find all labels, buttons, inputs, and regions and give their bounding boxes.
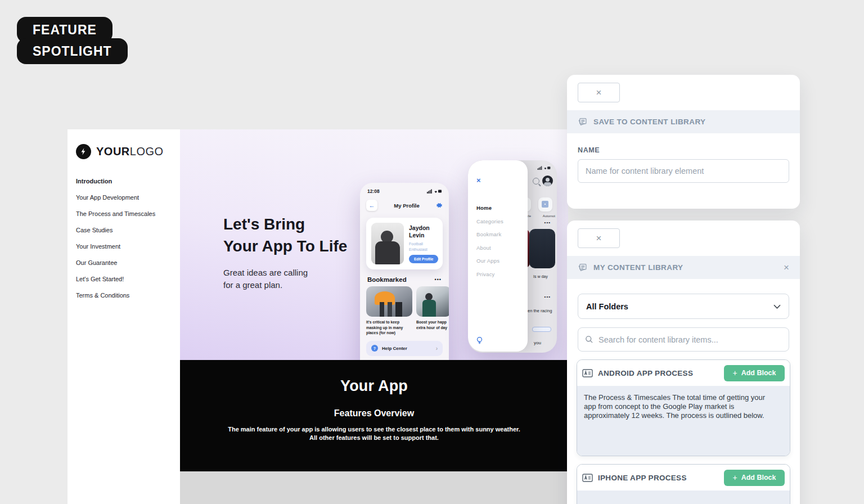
block-body-text: The Process & Timescales The total time … — [577, 386, 790, 456]
hero-title-line2: Your App To Life — [223, 236, 347, 258]
toc-item-case-studies[interactable]: Case Studies — [76, 227, 180, 233]
block-title: ANDROID APP PROCESS — [598, 369, 719, 377]
features-body-line2: All other features will be set to suppor… — [180, 434, 568, 442]
menu-item-categories: Categories — [476, 218, 528, 224]
panel-close-button[interactable]: × — [578, 83, 620, 102]
features-title: Your App — [180, 377, 568, 395]
more-dots-icon: ••• — [435, 277, 442, 282]
toc-item-introduction[interactable]: Introduction — [76, 178, 180, 184]
toc-item-your-app-development[interactable]: Your App Development — [76, 194, 180, 201]
block-title: IPHONE APP PROCESS — [598, 474, 719, 482]
plus-icon: + — [733, 369, 737, 377]
bookmarked-title: Bookmarked — [367, 276, 407, 283]
close-icon[interactable]: × — [784, 262, 789, 273]
hero-title: Let's Bring Your App To Life — [223, 214, 347, 257]
toc-item-terms-conditions[interactable]: Terms & Conditions — [76, 292, 180, 299]
toc-item-lets-get-started[interactable]: Let's Get Started! — [76, 276, 180, 282]
content-block-android[interactable]: ANDROID APP PROCESS + Add Block The Proc… — [577, 359, 790, 456]
features-body-line1: The main feature of your app is allowing… — [180, 425, 568, 434]
features-section: Your App Features Overview The main feat… — [180, 360, 568, 471]
features-body: The main feature of your app is allowing… — [180, 425, 568, 442]
next-section-preview — [180, 471, 568, 504]
bookmarked-captions: It's critical to keep masking up in many… — [360, 317, 449, 336]
folders-select[interactable]: All Folders — [578, 294, 789, 319]
feed-text-fragment-3: you — [534, 340, 541, 345]
avatar — [542, 176, 553, 186]
bookmark-caption-2: Boost your happ extra hour of day — [416, 320, 449, 336]
library-icon — [578, 117, 587, 127]
logo-text-light: LOGO — [130, 145, 164, 158]
profile-last-name: Levin — [409, 232, 438, 239]
name-field-label: NAME — [578, 146, 800, 154]
category-automotive-icon — [538, 197, 552, 212]
logo: YOURLOGO — [76, 144, 180, 159]
back-arrow-icon: ← — [366, 200, 377, 211]
plus-icon: + — [733, 474, 737, 482]
toc-item-process-timescales[interactable]: The Process and Timescales — [76, 210, 180, 217]
gear-icon — [436, 202, 443, 209]
add-block-button[interactable]: + Add Block — [724, 365, 785, 381]
phone1-status-bar: 12:08 — [360, 183, 449, 195]
content-block-header: ANDROID APP PROCESS + Add Block — [577, 360, 790, 386]
more-dots-icon: ••• — [544, 294, 551, 299]
status-icons — [427, 189, 442, 194]
toc-item-our-guarantee[interactable]: Our Guarantee — [76, 259, 180, 266]
hero-subtitle-line1: Great ideas are calling — [223, 267, 347, 278]
profile-name: Jaydon Levin — [409, 223, 438, 239]
feed-text-fragment-2: en the racing — [528, 308, 552, 314]
help-center-label: Help Center — [382, 346, 432, 351]
add-block-label: Add Block — [741, 369, 776, 377]
phone1-screen-title: My Profile — [394, 202, 419, 209]
features-subtitle: Features Overview — [180, 408, 568, 418]
bookmarked-thumbnails — [360, 286, 449, 317]
edit-profile-button: Edit Profile — [409, 255, 438, 263]
hero-title-line1: Let's Bring — [223, 214, 347, 236]
library-panel-title: MY CONTENT LIBRARY — [593, 263, 683, 272]
menu-item-home: Home — [476, 205, 528, 211]
question-icon: ? — [371, 345, 378, 352]
feed-card-dark — [529, 229, 555, 268]
content-block-iphone[interactable]: IPHONE APP PROCESS + Add Block — [577, 464, 790, 504]
content-block-header: IPHONE APP PROCESS + Add Block — [577, 465, 790, 490]
add-block-button[interactable]: + Add Block — [724, 470, 785, 486]
profile-first-name: Jaydon — [409, 224, 438, 232]
content-name-input[interactable] — [578, 159, 789, 183]
text-block-icon — [582, 474, 593, 482]
status-icons — [537, 166, 551, 170]
logo-text-bold: YOUR — [96, 145, 130, 158]
library-search[interactable] — [578, 327, 789, 352]
library-search-input[interactable] — [598, 335, 782, 344]
phone1-nav-bar: ← My Profile — [360, 195, 449, 214]
document-toc: Introduction Your App Development The Pr… — [76, 178, 180, 299]
proposal-document: YOURLOGO Introduction Your App Developme… — [68, 129, 568, 504]
feature-spotlight-badge: FEATURE SPOTLIGHT — [17, 17, 128, 64]
more-dots-icon: ••• — [544, 220, 551, 225]
lightbulb-icon — [476, 337, 483, 344]
toc-item-your-investment[interactable]: Your Investment — [76, 243, 180, 250]
close-icon: × — [596, 87, 602, 98]
profile-photo — [371, 223, 404, 264]
close-icon: × — [476, 176, 481, 184]
panel-close-button[interactable]: × — [578, 228, 620, 248]
menu-item-about: About — [476, 245, 528, 251]
add-block-label: Add Block — [741, 474, 776, 482]
menu-item-our-apps: Our Apps — [476, 258, 528, 264]
badge-line-2: SPOTLIGHT — [17, 38, 128, 64]
close-icon: × — [596, 233, 602, 244]
bookmarked-header: Bookmarked ••• — [360, 269, 449, 286]
profile-card: Jaydon Levin Football Enthusiast Edit Pr… — [366, 218, 443, 269]
hero-text: Let's Bring Your App To Life Great ideas… — [223, 214, 347, 291]
chevron-down-icon — [773, 304, 781, 309]
bookmark-caption-1: It's critical to keep masking up in many… — [366, 320, 412, 336]
hero-subtitle-line2: for a great plan. — [223, 279, 347, 291]
feed-text-fragment-1: Is w day — [533, 274, 552, 280]
bookmark-image-umbrella — [366, 286, 412, 317]
profile-tagline: Football Enthusiast — [409, 241, 438, 252]
search-icon — [585, 335, 593, 344]
folders-select-value: All Folders — [586, 302, 628, 311]
help-center-row: ? Help Center › — [366, 341, 443, 356]
save-panel-header: SAVE TO CONTENT LIBRARY — [567, 110, 800, 133]
drawer-menu: Home Categories Bookmark About Our Apps … — [476, 205, 528, 277]
hero-section: Let's Bring Your App To Life Great ideas… — [180, 129, 568, 360]
menu-item-bookmark: Bookmark — [476, 231, 528, 237]
